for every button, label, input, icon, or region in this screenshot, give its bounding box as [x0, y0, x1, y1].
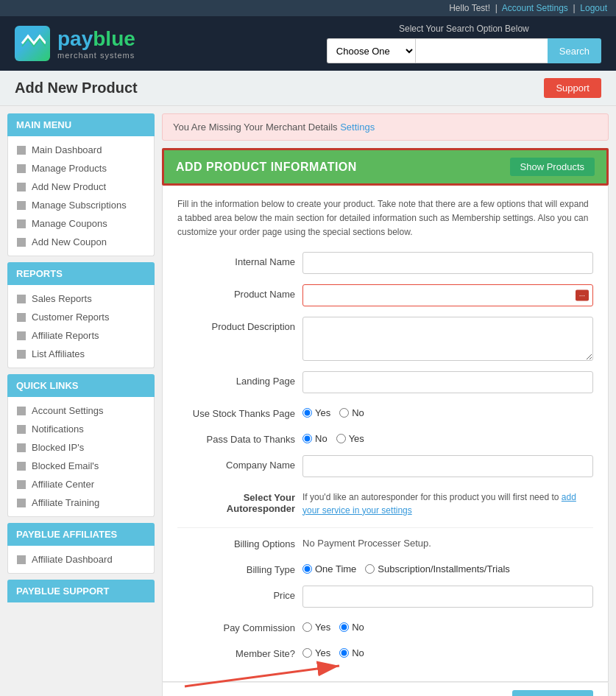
sidebar-item-label: Account Settings — [32, 405, 104, 416]
company-name-row: Company Name — [177, 455, 593, 477]
sidebar-item-add-coupon[interactable]: Add New Coupon — [8, 233, 154, 251]
commission-yes-radio[interactable] — [302, 622, 312, 632]
sidebar-item-affiliate-dashboard[interactable]: Affiliate Dashboard — [8, 550, 154, 569]
member-no-label[interactable]: No — [339, 647, 364, 658]
alert-settings-link[interactable]: Settings — [340, 122, 375, 133]
commission-yes-label[interactable]: Yes — [302, 622, 330, 633]
product-description-row: Product Description — [177, 317, 593, 361]
member-site-row: Member Site? Yes No — [177, 644, 593, 659]
sidebar-item-blocked-emails[interactable]: Blocked Email's — [8, 457, 154, 475]
member-site-label: Member Site? — [177, 644, 295, 659]
sidebar-item-manage-subscriptions[interactable]: Manage Subscriptions — [8, 196, 154, 214]
header: payblue merchant systems Select Your Sea… — [0, 16, 616, 71]
search-select[interactable]: Choose One Products Customers Orders — [327, 38, 415, 63]
sidebar-item-notifications[interactable]: Notifications — [8, 420, 154, 438]
bullet-icon — [17, 164, 26, 173]
member-no-radio[interactable] — [339, 648, 349, 658]
sidebar-item-manage-products[interactable]: Manage Products — [8, 159, 154, 177]
alert-banner: You Are Missing Your Merchant Details Se… — [162, 113, 609, 141]
landing-page-label: Landing Page — [177, 371, 295, 387]
stock-thanks-yes-radio[interactable] — [302, 408, 312, 418]
sidebar-item-add-product[interactable]: Add New Product — [8, 177, 154, 196]
search-input[interactable] — [415, 38, 548, 63]
sidebar-item-customer-reports[interactable]: Customer Reports — [8, 308, 154, 326]
billing-type-radio-group: One Time Subscription/Installments/Trial… — [302, 560, 510, 574]
pass-data-yes-label[interactable]: Yes — [336, 433, 364, 444]
submit-row: Submit Now — [162, 682, 609, 696]
sidebar-section-payblue-support: PAYBLUE SUPPORT — [7, 580, 155, 602]
submit-button[interactable]: Submit Now — [512, 690, 593, 696]
internal-name-input[interactable] — [302, 252, 593, 274]
billing-type-subscription-radio[interactable] — [365, 564, 375, 574]
bullet-icon — [17, 238, 26, 247]
product-description-label: Product Description — [177, 317, 295, 332]
member-no-text: No — [352, 647, 364, 658]
product-name-row: Product Name ··· — [177, 284, 593, 306]
logout-link[interactable]: Logout — [580, 3, 607, 13]
product-name-icon[interactable]: ··· — [576, 289, 589, 300]
internal-name-label: Internal Name — [177, 252, 295, 267]
billing-type-onetime-radio[interactable] — [302, 564, 312, 574]
sidebar-item-label: Affiliate Training — [32, 497, 99, 508]
autoresponder-description: If you'd like an autoresponder for this … — [302, 492, 576, 516]
quick-links-header: QUICK LINKS — [7, 374, 155, 397]
product-description-input[interactable] — [302, 317, 593, 361]
quick-links-body: Account Settings Notifications Blocked I… — [7, 397, 155, 517]
pass-data-no-radio[interactable] — [302, 434, 312, 443]
price-row: Price — [177, 586, 593, 608]
member-yes-label[interactable]: Yes — [302, 647, 330, 658]
sidebar-item-sales-reports[interactable]: Sales Reports — [8, 289, 154, 308]
price-input[interactable] — [302, 586, 593, 608]
bullet-icon — [17, 350, 26, 359]
bullet-icon — [17, 146, 26, 155]
sidebar-item-label: Add New Product — [32, 181, 106, 192]
search-area: Select Your Search Option Below Choose O… — [327, 24, 601, 63]
form-description: Fill in the information below to create … — [177, 197, 593, 240]
pay-commission-row: Pay Commission Yes No — [177, 618, 593, 633]
sidebar-item-label: Customer Reports — [32, 312, 109, 323]
account-settings-link[interactable]: Account Settings — [502, 3, 568, 13]
sidebar-section-main-menu: MAIN MENU Main Dashboard Manage Products… — [7, 113, 155, 256]
product-name-wrapper: ··· — [302, 284, 593, 306]
sidebar-item-blocked-ips[interactable]: Blocked IP's — [8, 438, 154, 457]
stock-thanks-yes-label[interactable]: Yes — [302, 407, 330, 418]
stock-thanks-no-label[interactable]: No — [339, 407, 364, 418]
sidebar: MAIN MENU Main Dashboard Manage Products… — [7, 113, 155, 696]
landing-page-row: Landing Page — [177, 371, 593, 393]
billing-type-subscription-label[interactable]: Subscription/Installments/Trials — [365, 563, 509, 574]
sidebar-item-main-dashboard[interactable]: Main Dashboard — [8, 141, 154, 159]
bullet-icon — [17, 555, 26, 564]
landing-page-input[interactable] — [302, 371, 593, 393]
bullet-icon — [17, 443, 26, 452]
search-button[interactable]: Search — [548, 38, 601, 63]
member-yes-radio[interactable] — [302, 648, 312, 658]
stock-thanks-no-radio[interactable] — [339, 408, 349, 418]
sidebar-item-account-settings[interactable]: Account Settings — [8, 401, 154, 420]
sidebar-item-list-affiliates[interactable]: List Affiliates — [8, 345, 154, 363]
sidebar-item-manage-coupons[interactable]: Manage Coupons — [8, 214, 154, 233]
billing-type-onetime-label[interactable]: One Time — [302, 563, 356, 574]
show-products-button[interactable]: Show Products — [510, 158, 595, 176]
company-name-input[interactable] — [302, 455, 593, 477]
greeting-text: Hello Test! — [449, 3, 490, 13]
pay-commission-label: Pay Commission — [177, 618, 295, 633]
autoresponder-link[interactable]: add your service in your settings — [302, 492, 576, 516]
commission-yes-text: Yes — [315, 622, 330, 633]
support-button[interactable]: Support — [544, 78, 601, 98]
commission-no-radio[interactable] — [339, 622, 349, 632]
bullet-icon — [17, 499, 26, 507]
stock-thanks-no-text: No — [352, 407, 364, 418]
sidebar-item-affiliate-reports[interactable]: Affiliate Reports — [8, 326, 154, 345]
billing-options-row: Billing Options No Payment Processer Set… — [177, 534, 593, 549]
pass-data-no-label[interactable]: No — [302, 433, 328, 444]
sidebar-item-affiliate-center[interactable]: Affiliate Center — [8, 475, 154, 493]
sidebar-item-affiliate-training[interactable]: Affiliate Training — [8, 493, 154, 512]
sidebar-item-label: Sales Reports — [32, 293, 92, 304]
affiliates-header: PAYBLUE AFFILIATES — [7, 523, 155, 546]
bullet-icon — [17, 425, 26, 434]
product-name-label: Product Name — [177, 284, 295, 300]
product-name-input[interactable] — [302, 284, 593, 306]
brand-name: payblue — [57, 27, 135, 51]
pass-data-yes-radio[interactable] — [336, 434, 346, 443]
commission-no-label[interactable]: No — [339, 622, 364, 633]
